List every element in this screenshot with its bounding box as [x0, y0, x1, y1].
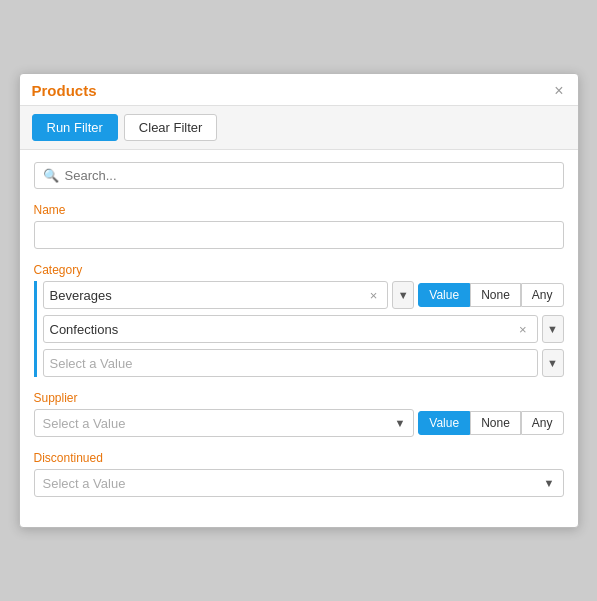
category-row-3: Select a Value ▼: [43, 349, 564, 377]
category-dropdown-arrow-3[interactable]: ▼: [542, 349, 564, 377]
category-mode-none[interactable]: None: [470, 283, 521, 307]
category-row-1: Beverages × ▼ Value None Any: [43, 281, 564, 309]
discontinued-placeholder: Select a Value: [43, 476, 544, 491]
search-input[interactable]: [65, 168, 555, 183]
category-value-2: Confections: [50, 322, 519, 337]
category-label: Category: [34, 263, 564, 277]
supplier-mode-value[interactable]: Value: [418, 411, 470, 435]
category-select-2[interactable]: Confections ×: [43, 315, 538, 343]
discontinued-section: Discontinued Select a Value ▼: [34, 451, 564, 497]
category-clear-2[interactable]: ×: [519, 322, 527, 337]
supplier-mode-any[interactable]: Any: [521, 411, 564, 435]
discontinued-select[interactable]: Select a Value ▼: [34, 469, 564, 497]
category-value-1: Beverages: [50, 288, 370, 303]
name-section: Name: [34, 203, 564, 249]
category-select-3[interactable]: Select a Value: [43, 349, 538, 377]
category-dropdown-arrow-2[interactable]: ▼: [542, 315, 564, 343]
category-content: Beverages × ▼ Value None Any Confections…: [34, 281, 564, 377]
category-select-1[interactable]: Beverages ×: [43, 281, 389, 309]
discontinued-label: Discontinued: [34, 451, 564, 465]
dialog-header: Products ×: [20, 74, 578, 106]
search-icon: 🔍: [43, 168, 59, 183]
category-row-2: Confections × ▼: [43, 315, 564, 343]
category-clear-1[interactable]: ×: [370, 288, 378, 303]
name-label: Name: [34, 203, 564, 217]
category-mode-any[interactable]: Any: [521, 283, 564, 307]
close-button[interactable]: ×: [552, 83, 565, 99]
discontinued-arrow: ▼: [544, 477, 555, 489]
supplier-label: Supplier: [34, 391, 564, 405]
toolbar: Run Filter Clear Filter: [20, 106, 578, 150]
supplier-placeholder: Select a Value: [43, 416, 395, 431]
supplier-mode-buttons: Value None Any: [418, 411, 563, 435]
supplier-mode-none[interactable]: None: [470, 411, 521, 435]
clear-filter-button[interactable]: Clear Filter: [124, 114, 218, 141]
products-dialog: Products × Run Filter Clear Filter 🔍 Nam…: [19, 73, 579, 528]
supplier-section: Supplier Select a Value ▼ Value None Any: [34, 391, 564, 437]
dialog-body: 🔍 Name Category Beverages × ▼ Value: [20, 150, 578, 527]
search-box: 🔍: [34, 162, 564, 189]
category-placeholder: Select a Value: [50, 356, 531, 371]
supplier-arrow: ▼: [394, 417, 405, 429]
dialog-title: Products: [32, 82, 97, 99]
category-mode-value[interactable]: Value: [418, 283, 470, 307]
run-filter-button[interactable]: Run Filter: [32, 114, 118, 141]
name-input[interactable]: [34, 221, 564, 249]
category-mode-buttons: Value None Any: [418, 283, 563, 307]
category-dropdown-arrow-1[interactable]: ▼: [392, 281, 414, 309]
category-section: Category Beverages × ▼ Value None Any: [34, 263, 564, 377]
supplier-select[interactable]: Select a Value ▼: [34, 409, 415, 437]
supplier-row: Select a Value ▼ Value None Any: [34, 409, 564, 437]
